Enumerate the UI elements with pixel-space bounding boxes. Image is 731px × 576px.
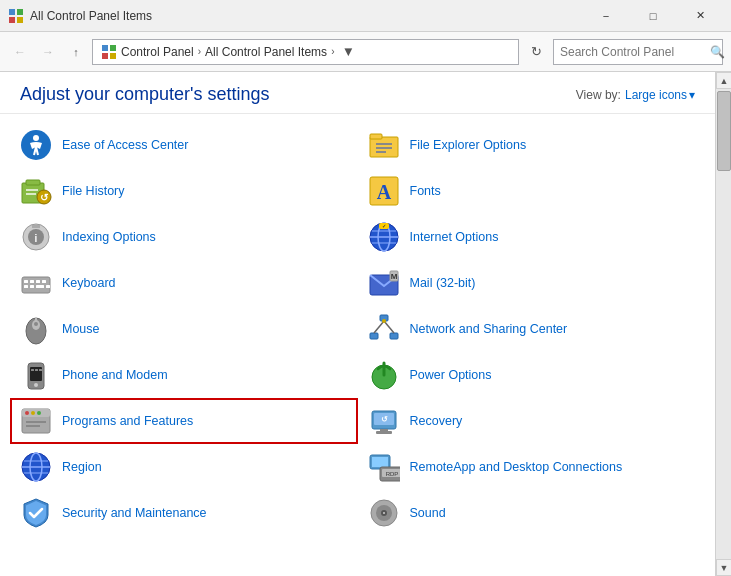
forward-button[interactable]: → <box>36 40 60 64</box>
scroll-up-button[interactable]: ▲ <box>716 72 731 89</box>
content-area: Adjust your computer's settings View by:… <box>0 72 715 576</box>
back-button[interactable]: ← <box>8 40 32 64</box>
item-recovery[interactable]: ↺ Recovery <box>358 398 706 444</box>
view-by-value-text: Large icons <box>625 88 687 102</box>
item-sound[interactable]: Sound <box>358 490 706 536</box>
scrollbar: ▲ ▼ <box>715 72 731 576</box>
keyboard-icon <box>20 267 52 299</box>
svg-point-91 <box>383 512 385 514</box>
window-controls: − □ ✕ <box>583 0 723 32</box>
svg-rect-3 <box>17 17 23 23</box>
item-mail[interactable]: M Mail (32-bit) <box>358 260 706 306</box>
security-maintenance-label: Security and Maintenance <box>62 505 207 521</box>
svg-rect-62 <box>35 369 38 371</box>
item-internet-options[interactable]: ✓ Internet Options <box>358 214 706 260</box>
network-sharing-label: Network and Sharing Center <box>410 321 568 337</box>
mouse-icon <box>20 313 52 345</box>
svg-line-56 <box>384 321 394 333</box>
address-bar: ← → ↑ Control Panel › All Control Panel … <box>0 32 731 72</box>
breadcrumb-all-items[interactable]: All Control Panel Items <box>205 45 327 59</box>
item-keyboard[interactable]: Keyboard <box>10 260 358 306</box>
svg-rect-13 <box>370 134 382 139</box>
power-options-icon <box>368 359 400 391</box>
mail-icon: M <box>368 267 400 299</box>
svg-rect-44 <box>46 285 50 288</box>
svg-rect-6 <box>102 53 108 59</box>
item-network-sharing[interactable]: Network and Sharing Center <box>358 306 706 352</box>
view-by-dropdown[interactable]: Large icons ▾ <box>625 88 695 102</box>
region-icon <box>20 451 52 483</box>
svg-text:↺: ↺ <box>40 192 49 203</box>
sound-label: Sound <box>410 505 446 521</box>
minimize-button[interactable]: − <box>583 0 629 32</box>
scroll-thumb[interactable] <box>717 91 731 171</box>
item-region[interactable]: Region <box>10 444 358 490</box>
item-mouse[interactable]: Mouse <box>10 306 358 352</box>
file-history-icon: ↺ <box>20 175 52 207</box>
search-box[interactable]: 🔍 <box>553 39 723 65</box>
file-explorer-options-icon <box>368 129 400 161</box>
indexing-options-icon: i <box>20 221 52 253</box>
scroll-down-button[interactable]: ▼ <box>716 559 731 576</box>
view-by-control: View by: Large icons ▾ <box>576 88 695 102</box>
phone-modem-icon <box>20 359 52 391</box>
mouse-label: Mouse <box>62 321 100 337</box>
address-dropdown-button[interactable]: ▼ <box>338 39 358 65</box>
security-maintenance-icon <box>20 497 52 529</box>
svg-rect-18 <box>26 180 40 185</box>
svg-rect-16 <box>376 151 386 153</box>
item-file-history[interactable]: ↺ File History <box>10 168 358 214</box>
svg-rect-19 <box>26 189 38 191</box>
region-label: Region <box>62 459 102 475</box>
svg-point-51 <box>34 322 38 326</box>
close-button[interactable]: ✕ <box>677 0 723 32</box>
refresh-button[interactable]: ↻ <box>523 39 549 65</box>
svg-rect-27 <box>32 225 40 228</box>
breadcrumb-sep-1: › <box>198 46 201 57</box>
svg-rect-2 <box>9 17 15 23</box>
view-by-arrow: ▾ <box>689 88 695 102</box>
svg-rect-54 <box>390 333 398 339</box>
window-title: All Control Panel Items <box>30 9 583 23</box>
remoteapp-label: RemoteApp and Desktop Connections <box>410 459 623 475</box>
svg-rect-37 <box>24 280 28 283</box>
svg-point-68 <box>25 411 29 415</box>
svg-rect-75 <box>376 431 392 434</box>
address-path[interactable]: Control Panel › All Control Panel Items … <box>92 39 519 65</box>
svg-rect-63 <box>39 369 42 371</box>
svg-rect-7 <box>110 53 116 59</box>
ease-of-access-label: Ease of Access Center <box>62 137 188 153</box>
item-programs-features[interactable]: Programs and Features <box>10 398 358 444</box>
breadcrumb-control-panel[interactable]: Control Panel <box>121 45 194 59</box>
search-icon: 🔍 <box>710 45 725 59</box>
up-button[interactable]: ↑ <box>64 40 88 64</box>
item-file-explorer-options[interactable]: File Explorer Options <box>358 122 706 168</box>
svg-rect-71 <box>26 421 46 423</box>
path-icon <box>101 44 117 60</box>
mail-label: Mail (32-bit) <box>410 275 476 291</box>
view-by-label: View by: <box>576 88 621 102</box>
svg-rect-5 <box>110 45 116 51</box>
item-power-options[interactable]: Power Options <box>358 352 706 398</box>
svg-rect-84 <box>372 457 388 467</box>
item-fonts[interactable]: A Fonts <box>358 168 706 214</box>
svg-rect-4 <box>102 45 108 51</box>
svg-text:i: i <box>35 233 38 244</box>
svg-rect-72 <box>26 425 40 427</box>
page-title: Adjust your computer's settings <box>20 84 270 105</box>
search-input[interactable] <box>560 45 710 59</box>
recovery-icon: ↺ <box>368 405 400 437</box>
item-indexing-options[interactable]: i Indexing Options <box>10 214 358 260</box>
items-grid: Ease of Access Center File Explorer Opti… <box>0 114 715 566</box>
programs-features-label: Programs and Features <box>62 413 193 429</box>
scroll-track[interactable] <box>716 89 731 559</box>
item-remoteapp[interactable]: RDP RemoteApp and Desktop Connections <box>358 444 706 490</box>
svg-text:M: M <box>390 272 397 281</box>
item-ease-of-access[interactable]: Ease of Access Center <box>10 122 358 168</box>
svg-text:✓: ✓ <box>382 223 386 229</box>
svg-rect-40 <box>42 280 46 283</box>
svg-point-57 <box>382 319 386 323</box>
maximize-button[interactable]: □ <box>630 0 676 32</box>
item-security-maintenance[interactable]: Security and Maintenance <box>10 490 358 536</box>
item-phone-modem[interactable]: Phone and Modem <box>10 352 358 398</box>
